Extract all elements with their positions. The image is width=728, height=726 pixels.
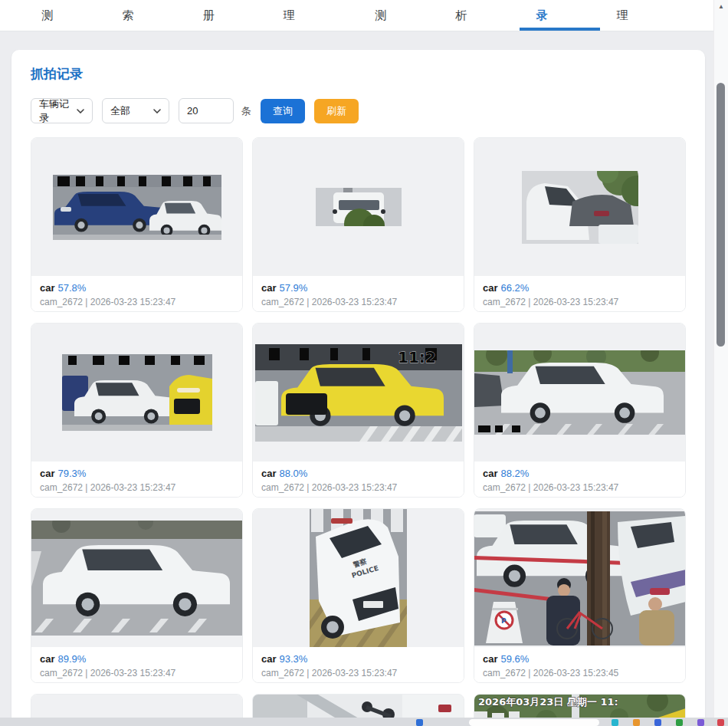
taskbar [0,718,728,726]
nav-tab-6[interactable]: 析 [456,0,467,31]
detection-class: car [261,468,277,479]
svg-text:11:2: 11:2 [398,348,436,366]
taskbar-app-icon[interactable] [416,719,423,726]
detection-class: car [483,282,498,294]
scope-select[interactable]: 全部 [102,98,169,123]
chevron-down-icon [153,109,161,113]
filter-toolbar: 车辆记录 全部 条 查询 刷新 [31,98,686,123]
capture-meta: cam_2672 | 2026-03-23 15:23:47 [40,667,234,679]
capture-card-7[interactable]: car89.9% cam_2672 | 2026-03-23 15:23:47 [31,508,243,683]
capture-caption: car89.9% cam_2672 | 2026-03-23 15:23:47 [31,647,242,683]
record-type-value: 车辆记录 [39,97,71,125]
nav-tab-3[interactable]: 册 [203,0,215,31]
nav-tab-5[interactable]: 测 [375,0,387,31]
count-input[interactable] [179,98,234,123]
capture-photo [31,138,242,276]
detection-class: car [40,653,55,665]
detection-confidence: 88.2% [501,468,530,479]
svg-text:2026年03月23日 星期一 11:: 2026年03月23日 星期一 11: [478,696,618,708]
capture-meta: cam_2672 | 2026-03-23 15:23:47 [261,481,455,494]
capture-caption: car88.2% cam_2672 | 2026-03-23 15:23:47 [474,462,685,498]
nav-tab-2[interactable]: 索 [123,0,134,31]
capture-card-4[interactable]: car79.3% cam_2672 | 2026-03-23 15:23:47 [31,323,243,498]
svg-text:P: P [501,617,507,625]
capture-meta: cam_2672 | 2026-03-23 15:23:47 [261,296,455,308]
capture-meta: cam_2672 | 2026-03-23 15:23:47 [40,296,234,308]
taskbar-app-icon[interactable] [717,719,724,726]
capture-caption: car93.3% cam_2672 | 2026-03-23 15:23:47 [253,647,464,683]
capture-caption: car88.0% cam_2672 | 2026-03-23 15:23:47 [253,462,464,498]
capture-card-6[interactable]: car88.2% cam_2672 | 2026-03-23 15:23:47 [474,323,686,498]
capture-photo: P [474,509,685,647]
nav-tab-7-active[interactable]: 录 [536,0,548,31]
count-unit-label: 条 [241,104,251,118]
capture-caption: car57.9% cam_2672 | 2026-03-23 15:23:47 [253,276,464,312]
capture-card-5[interactable]: 11:2 car88.0% cam_2672 | 2026-03-23 15:2… [252,323,464,498]
record-type-select[interactable]: 车辆记录 [31,98,93,123]
detection-class: car [40,468,55,479]
detection-confidence: 57.9% [280,282,308,294]
capture-meta: cam_2672 | 2026-03-23 15:23:47 [483,296,677,308]
capture-meta: cam_2672 | 2026-03-23 15:23:47 [261,667,455,679]
taskbar-app-icon[interactable] [654,719,661,726]
capture-meta: cam_2672 | 2026-03-23 15:23:47 [483,481,677,494]
detection-confidence: 59.6% [501,653,530,665]
scrollbar-thumb[interactable] [717,83,725,347]
taskbar-app-icon[interactable] [633,719,640,726]
capture-meta: cam_2672 | 2026-03-23 15:23:47 [40,481,234,494]
capture-caption: car79.3% cam_2672 | 2026-03-23 15:23:47 [31,462,242,498]
refresh-button[interactable]: 刷新 [314,99,359,123]
detection-class: car [261,653,277,665]
capture-records-panel: 抓拍记录 车辆记录 全部 条 查询 刷新 car57.8% cam_2672 |… [11,50,705,726]
capture-caption: car59.6% cam_2672 | 2026-03-23 15:23:45 [474,647,685,683]
capture-card-3[interactable]: car66.2% cam_2672 | 2026-03-23 15:23:47 [474,137,686,312]
capture-grid: car57.8% cam_2672 | 2026-03-23 15:23:47 … [31,137,686,726]
scope-value: 全部 [110,104,130,118]
capture-caption: car66.2% cam_2672 | 2026-03-23 15:23:47 [474,276,685,312]
nav-tab-4[interactable]: 理 [284,0,295,31]
capture-photo [474,138,685,276]
nav-tab-1[interactable]: 测 [42,0,54,31]
capture-photo [31,324,242,462]
detection-confidence: 88.0% [280,468,308,479]
detection-confidence: 66.2% [501,282,530,294]
capture-card-2[interactable]: car57.9% cam_2672 | 2026-03-23 15:23:47 [252,137,464,312]
capture-card-1[interactable]: car57.8% cam_2672 | 2026-03-23 15:23:47 [31,137,243,312]
capture-photo [253,138,464,276]
detection-confidence: 79.3% [58,468,87,479]
query-button[interactable]: 查询 [261,99,305,123]
capture-photo: 11:2 [253,324,464,462]
detection-class: car [483,468,498,479]
top-nav: 测 索 册 理 测 析 录 理 [0,0,728,31]
detection-confidence: 93.3% [280,653,308,665]
capture-photo [31,509,242,647]
scrollbar-up-arrow-icon[interactable]: ▲ [714,3,728,10]
taskbar-app-icon[interactable] [612,719,618,726]
capture-photo [474,324,685,462]
nav-tab-8[interactable]: 理 [617,0,628,31]
scrollbar[interactable]: ▲ [713,0,728,726]
page-title: 抓拍记录 [31,65,686,82]
detection-confidence: 89.9% [58,653,87,665]
detection-confidence: 57.8% [58,282,87,294]
taskbar-app-icon[interactable] [676,719,683,726]
capture-caption: car57.8% cam_2672 | 2026-03-23 15:23:47 [31,276,242,312]
active-tab-underline [520,28,600,31]
taskbar-app-icon[interactable] [697,719,704,726]
detection-class: car [261,282,277,294]
detection-class: car [483,653,498,665]
capture-meta: cam_2672 | 2026-03-23 15:23:45 [483,667,677,679]
capture-card-8[interactable]: 警察POLICE car93.3% cam_2672 | 2026-03-23 … [252,508,464,683]
detection-class: car [40,282,55,294]
capture-card-9[interactable]: P car59.6% cam_2672 | 2026-03-23 15:23:4… [474,508,686,683]
capture-photo: 警察POLICE [253,509,464,647]
taskbar-search-box[interactable] [469,719,599,726]
chevron-down-icon [77,109,84,113]
